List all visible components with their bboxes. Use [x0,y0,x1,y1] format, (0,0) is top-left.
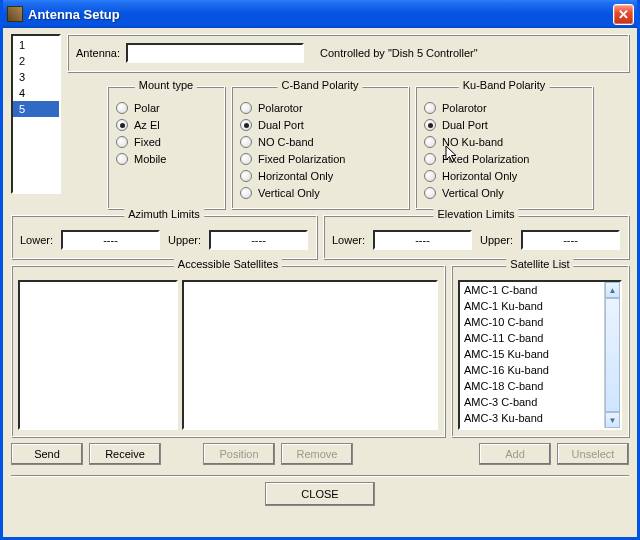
antenna-setup-window: Antenna Setup ✕ 12345 Antenna: Controlle… [0,0,640,540]
cband-group: C-Band Polarity PolarotorDual PortNO C-b… [231,86,409,209]
satellite-listbox[interactable]: AMC-1 C-bandAMC-1 Ku-bandAMC-10 C-bandAM… [458,280,622,430]
kuband-option[interactable]: NO Ku-band [424,134,584,150]
kuband-option[interactable]: Dual Port [424,117,584,133]
mount-option[interactable]: Mobile [116,151,216,167]
accessible-legend: Accessible Satellites [174,258,282,270]
antenna-list-item[interactable]: 1 [13,37,59,53]
radio-icon [424,119,436,131]
satellite-list-item[interactable]: AMC-11 C-band [460,330,604,346]
mount-option-label: Az El [134,119,160,131]
remove-button[interactable]: Remove [281,443,353,465]
antenna-list-item[interactable]: 5 [13,101,59,117]
az-upper-value[interactable]: ---- [209,230,308,250]
satellite-list-panel: Satellite List AMC-1 C-bandAMC-1 Ku-band… [451,265,629,437]
mount-type-legend: Mount type [135,79,197,91]
satellite-list-item[interactable]: AMC-18 C-band [460,378,604,394]
cband-option[interactable]: Polarotor [240,100,400,116]
cband-option-label: Dual Port [258,119,304,131]
satellite-list-item[interactable]: AMC-15 Ku-band [460,346,604,362]
cband-option[interactable]: Dual Port [240,117,400,133]
radio-icon [240,102,252,114]
satellite-list-item[interactable]: AMC-1 C-band [460,282,604,298]
kuband-option-label: Dual Port [442,119,488,131]
receive-button[interactable]: Receive [89,443,161,465]
satellite-list-item[interactable]: AMC-3 Ku-band [460,410,604,426]
close-strip: CLOSE [11,475,629,506]
cband-option[interactable]: Horizontal Only [240,168,400,184]
kuband-option-label: Vertical Only [442,187,504,199]
kuband-legend: Ku-Band Polarity [459,79,550,91]
radio-icon [424,187,436,199]
send-button[interactable]: Send [11,443,83,465]
scroll-down-icon[interactable]: ▼ [605,412,620,428]
kuband-group: Ku-Band Polarity PolarotorDual PortNO Ku… [415,86,593,209]
controlled-by-label: Controlled by "Dish 5 Controller" [320,47,478,59]
kuband-option-label: Fixed Polarization [442,153,529,165]
cband-option[interactable]: Vertical Only [240,185,400,201]
satlist-scrollbar[interactable]: ▲ ▼ [604,282,620,428]
mount-type-group: Mount type PolarAz ElFixedMobile [107,86,225,209]
antenna-list-item[interactable]: 2 [13,53,59,69]
scroll-up-icon[interactable]: ▲ [605,282,620,298]
satellite-list-item[interactable]: AMC-10 C-band [460,314,604,330]
app-icon [7,6,23,22]
kuband-option[interactable]: Vertical Only [424,185,584,201]
azimuth-limits-group: Azimuth Limits Lower: ---- Upper: ---- [11,215,317,259]
titlebar: Antenna Setup ✕ [3,0,637,28]
satellite-list-item[interactable]: AMC-1 Ku-band [460,298,604,314]
close-button[interactable]: CLOSE [265,482,375,506]
radio-icon [116,153,128,165]
el-lower-value[interactable]: ---- [373,230,472,250]
az-lower-label: Lower: [20,234,53,246]
radio-icon [240,170,252,182]
radio-icon [424,170,436,182]
kuband-option-label: NO Ku-band [442,136,503,148]
window-close-button[interactable]: ✕ [613,4,634,25]
mount-option-label: Polar [134,102,160,114]
cband-option-label: NO C-band [258,136,314,148]
cband-option-label: Vertical Only [258,187,320,199]
el-upper-value[interactable]: ---- [521,230,620,250]
cband-option-label: Fixed Polarization [258,153,345,165]
cband-option[interactable]: Fixed Polarization [240,151,400,167]
mount-option-label: Fixed [134,136,161,148]
el-lower-label: Lower: [332,234,365,246]
scroll-thumb[interactable] [605,298,620,412]
cband-option-label: Horizontal Only [258,170,333,182]
mount-option[interactable]: Polar [116,100,216,116]
elevation-legend: Elevation Limits [433,208,518,220]
accessible-list-left[interactable] [18,280,178,430]
antenna-label: Antenna: [76,47,120,59]
unselect-button[interactable]: Unselect [557,443,629,465]
radio-icon [424,153,436,165]
mount-option-label: Mobile [134,153,166,165]
radio-icon [240,136,252,148]
cband-option[interactable]: NO C-band [240,134,400,150]
radio-icon [116,102,128,114]
azimuth-legend: Azimuth Limits [124,208,204,220]
kuband-option[interactable]: Polarotor [424,100,584,116]
antenna-listbox[interactable]: 12345 [11,34,61,194]
az-upper-label: Upper: [168,234,201,246]
radio-icon [240,153,252,165]
kuband-option-label: Polarotor [442,102,487,114]
az-lower-value[interactable]: ---- [61,230,160,250]
mount-option[interactable]: Fixed [116,134,216,150]
position-button[interactable]: Position [203,443,275,465]
satlist-legend: Satellite List [506,258,573,270]
kuband-option[interactable]: Horizontal Only [424,168,584,184]
antenna-name-input[interactable] [126,43,304,63]
add-button[interactable]: Add [479,443,551,465]
kuband-option[interactable]: Fixed Polarization [424,151,584,167]
radio-icon [116,136,128,148]
antenna-list-item[interactable]: 3 [13,69,59,85]
mount-option[interactable]: Az El [116,117,216,133]
radio-icon [116,119,128,131]
radio-icon [240,187,252,199]
antenna-list-item[interactable]: 4 [13,85,59,101]
satellite-list-item[interactable]: AMC-16 Ku-band [460,362,604,378]
radio-icon [240,119,252,131]
antenna-header-box: Antenna: Controlled by "Dish 5 Controlle… [67,34,629,72]
accessible-list-right[interactable] [182,280,438,430]
satellite-list-item[interactable]: AMC-3 C-band [460,394,604,410]
